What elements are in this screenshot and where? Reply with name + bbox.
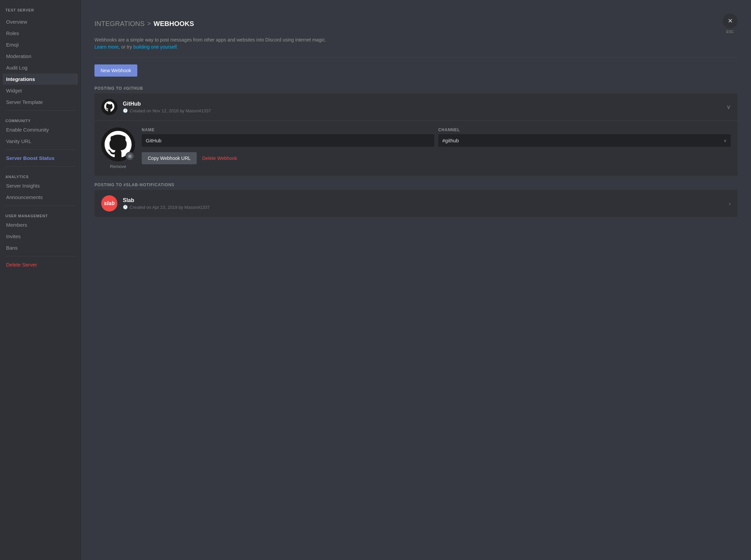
copy-webhook-url-button[interactable]: Copy Webhook URL [142,152,197,164]
posting-to-slab-text: POSTING TO [95,182,122,187]
esc-label: ESC [726,30,734,34]
sidebar-item-announcements[interactable]: Announcements [3,192,78,203]
github-webhook-created: Created on Nov 12, 2018 by Mason#1337 [130,108,211,113]
description-text: Webhooks are a simple way to post messag… [95,36,737,51]
slab-clock-icon: 🕐 [123,205,128,209]
posting-to-github-label: POSTING TO #GITHUB [95,86,737,91]
github-webhook-name: GitHub [123,101,726,107]
github-webhook-meta: 🕐 Created on Nov 12, 2018 by Mason#1337 [123,108,726,113]
github-expanded-inner: ⊞ Remove NAME CHANNEL [101,121,731,169]
sidebar: TEST SERVER Overview Roles Emoji Moderat… [0,0,81,560]
sidebar-item-bans[interactable]: Bans [3,242,78,253]
github-webhook-card: GitHub 🕐 Created on Nov 12, 2018 by Maso… [95,94,737,176]
sidebar-item-roles[interactable]: Roles [3,28,78,39]
name-field-label: NAME [142,127,434,132]
slab-chevron-icon: › [729,200,731,207]
or-try-text: , or try [119,44,134,49]
github-webhook-avatar-small [101,99,117,115]
sidebar-item-server-template[interactable]: Server Template [3,97,78,107]
sidebar-item-emoji[interactable]: Emoji [3,39,78,50]
breadcrumb: INTEGRATIONS > WEBHOOKS [95,20,194,28]
build-link[interactable]: building one yourself. [133,44,178,49]
channel-select-wrapper: #github [438,134,731,147]
sidebar-divider-3 [5,166,75,167]
sidebar-divider-1 [5,110,75,111]
sidebar-divider-5 [5,256,75,256]
close-icon: ✕ [728,17,733,25]
breadcrumb-current: WEBHOOKS [154,20,194,28]
sidebar-divider-4 [5,205,75,206]
sidebar-item-enable-community[interactable]: Enable Community [3,124,78,135]
main-content: INTEGRATIONS > WEBHOOKS ✕ ESC Webhooks a… [81,0,751,560]
github-avatar-large[interactable]: ⊞ [101,127,135,161]
name-field-group: NAME [142,127,434,147]
sidebar-item-vanity-url[interactable]: Vanity URL [3,136,78,147]
sidebar-item-integrations[interactable]: Integrations [3,74,78,85]
breadcrumb-separator: > [147,20,151,27]
sidebar-item-members[interactable]: Members [3,219,78,231]
delete-webhook-button[interactable]: Delete Webhook [201,152,238,164]
slab-webhook-header[interactable]: slab Slab 🕐 Created on Apr 23, 2019 by M… [95,190,737,217]
github-webhook-expanded: ⊞ Remove NAME CHANNEL [95,120,737,176]
name-field-input[interactable] [142,134,434,147]
channel-field-label: CHANNEL [438,127,731,132]
close-button[interactable]: ✕ [723,14,737,28]
sidebar-item-widget[interactable]: Widget [3,85,78,96]
slab-webhook-meta: 🕐 Created on Apr 23, 2019 by Mason#1337 [123,205,729,210]
sidebar-item-overview[interactable]: Overview [3,16,78,27]
slab-webhook-created: Created on Apr 23, 2019 by Mason#1337 [130,205,210,210]
slab-webhook-avatar: slab [101,195,117,212]
github-avatar-section: ⊞ Remove [101,127,135,169]
slab-logo: slab [104,200,115,206]
slab-webhook-card: slab Slab 🕐 Created on Apr 23, 2019 by M… [95,190,737,217]
new-webhook-button[interactable]: New Webhook [95,64,137,77]
posting-to-channel-slab: #SLAB-NOTIFICATIONS [123,182,174,187]
header-divider [95,57,737,58]
sidebar-item-server-boost[interactable]: Server Boost Status [3,153,78,164]
slab-webhook-name: Slab [123,197,729,203]
page-header: INTEGRATIONS > WEBHOOKS ✕ ESC [95,14,737,34]
sidebar-item-invites[interactable]: Invites [3,231,78,242]
sidebar-item-server-insights[interactable]: Server Insights [3,180,78,191]
github-webhook-header[interactable]: GitHub 🕐 Created on Nov 12, 2018 by Maso… [95,94,737,120]
community-section-header: COMMUNITY [3,113,78,124]
breadcrumb-parent: INTEGRATIONS [95,20,145,28]
posting-to-text: POSTING TO [95,86,122,91]
remove-label[interactable]: Remove [110,164,126,169]
avatar-edit-badge[interactable]: ⊞ [125,152,134,161]
user-management-header: USER MANAGEMENT [3,208,78,219]
channel-field-group: CHANNEL #github [438,127,731,147]
sidebar-item-audit-log[interactable]: Audit Log [3,62,78,73]
posting-to-slab-label: POSTING TO #SLAB-NOTIFICATIONS [95,182,737,187]
webhook-actions: Copy Webhook URL Delete Webhook [142,152,731,164]
sidebar-item-delete-server[interactable]: Delete Server [3,259,78,270]
channel-select[interactable]: #github [438,134,731,147]
fields-row: NAME CHANNEL #github [142,127,731,147]
github-webhook-info: GitHub 🕐 Created on Nov 12, 2018 by Maso… [123,101,726,113]
server-name: TEST SERVER [3,5,78,15]
github-webhook-fields: NAME CHANNEL #github Copy Webhook URL De [142,127,731,164]
slab-webhook-info: Slab 🕐 Created on Apr 23, 2019 by Mason#… [123,197,729,210]
svg-point-0 [101,99,117,115]
close-button-container: ✕ ESC [723,14,737,34]
sidebar-divider-2 [5,149,75,150]
learn-more-link[interactable]: Learn more [95,44,119,49]
description-main: Webhooks are a simple way to post messag… [95,37,326,42]
sidebar-item-moderation[interactable]: Moderation [3,51,78,62]
analytics-section-header: ANALYTICS [3,169,78,180]
posting-to-channel-github: #GITHUB [123,86,143,91]
github-chevron-icon: ∨ [726,103,731,111]
clock-icon: 🕐 [123,108,128,113]
edit-icon: ⊞ [128,154,132,159]
